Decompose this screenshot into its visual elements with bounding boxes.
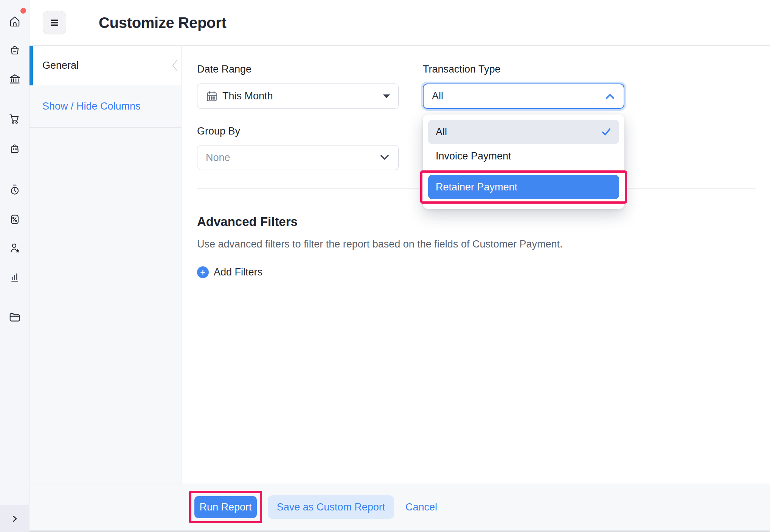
transaction-type-value: All [432, 90, 605, 102]
folder-icon[interactable] [8, 310, 22, 324]
customer-star-icon[interactable] [8, 241, 22, 255]
transaction-type-label: Transaction Type [423, 63, 501, 75]
plus-circle-icon [197, 266, 209, 278]
option-invoice-payment-label: Invoice Payment [436, 150, 612, 162]
notification-dot [20, 8, 26, 14]
shopping-bag-icon[interactable] [8, 142, 22, 155]
active-tab-accent [29, 46, 33, 85]
transaction-type-dropdown-menu: All Invoice Payment Retainer Payment [423, 114, 624, 209]
hamburger-icon [48, 17, 61, 29]
option-retainer-payment-label: Retainer Payment [436, 181, 612, 193]
bank-icon[interactable] [8, 72, 22, 86]
group-by-label: Group By [197, 125, 240, 137]
page-header: Customize Report [29, 0, 770, 46]
check-icon [601, 127, 612, 136]
transaction-type-select[interactable]: All [423, 84, 624, 109]
cart-icon[interactable] [8, 112, 22, 125]
group-by-value: None [206, 152, 379, 164]
advanced-filters-title: Advanced Filters [197, 215, 298, 229]
sidebar-expand-button[interactable] [0, 505, 29, 532]
option-retainer-payment[interactable]: Retainer Payment [428, 175, 619, 199]
date-range-value: This Month [222, 90, 383, 102]
header-divider [78, 0, 78, 45]
page-title: Customize Report [99, 0, 226, 46]
chevron-right-icon [10, 514, 20, 524]
bar-chart-icon[interactable] [8, 270, 22, 283]
option-all[interactable]: All [428, 120, 619, 144]
annotation-box-retainer-payment: Retainer Payment [420, 170, 627, 204]
home-icon[interactable] [8, 15, 22, 28]
cancel-button[interactable]: Cancel [405, 495, 437, 519]
group-by-select[interactable]: None [197, 145, 399, 170]
basket-icon[interactable] [8, 43, 22, 57]
caret-down-icon [383, 94, 390, 98]
annotation-box-run-report: Run Report [189, 491, 262, 523]
tab-show-hide-label: Show / Hide Columns [42, 101, 141, 112]
run-report-button[interactable]: Run Report [194, 496, 257, 518]
tab-general-label: General [42, 60, 79, 71]
save-as-custom-report-button[interactable]: Save as Custom Report [268, 495, 394, 519]
option-all-label: All [436, 126, 601, 138]
calendar-icon [206, 90, 222, 102]
tab-show-hide-columns[interactable]: Show / Hide Columns [29, 85, 181, 128]
tab-general[interactable]: General [29, 46, 181, 85]
advanced-filters-description: Use advanced filters to filter the repor… [197, 238, 563, 250]
chevron-down-icon [379, 154, 390, 161]
date-range-label: Date Range [197, 63, 251, 75]
add-filters-label: Add Filters [214, 266, 262, 278]
chevron-up-icon [605, 93, 615, 100]
app-sidebar [0, 0, 29, 532]
footer-action-bar: Run Report Save as Custom Report Cancel [29, 484, 770, 532]
chevron-left-icon [171, 59, 179, 72]
panel-collapse-button[interactable] [171, 59, 179, 74]
add-filters-button[interactable]: Add Filters [197, 266, 262, 278]
percent-icon[interactable] [8, 212, 22, 226]
customize-tabs-panel: General Show / Hide Columns [29, 46, 182, 484]
timer-icon[interactable] [8, 183, 22, 196]
hamburger-menu-button[interactable] [43, 11, 66, 34]
date-range-select[interactable]: This Month [197, 84, 399, 109]
option-invoice-payment[interactable]: Invoice Payment [428, 144, 619, 168]
